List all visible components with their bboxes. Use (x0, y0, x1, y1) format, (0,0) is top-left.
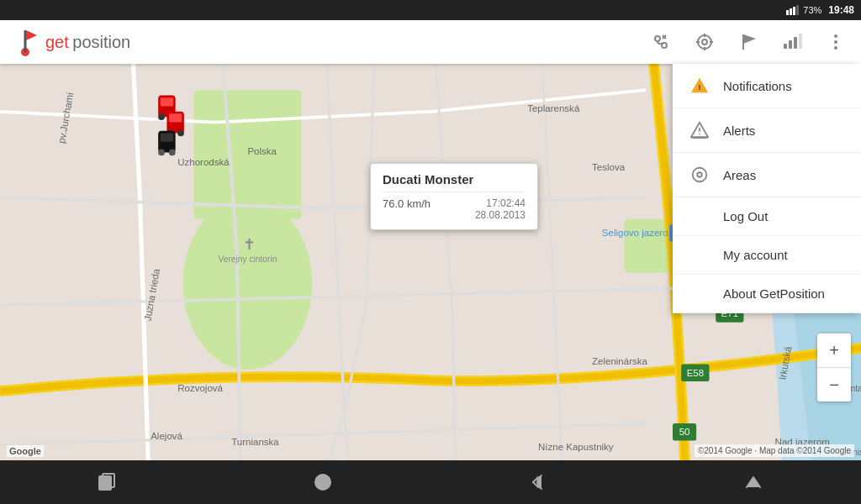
notifications-label: Notifications (723, 79, 792, 93)
more-options-icon[interactable] (821, 27, 851, 57)
svg-point-28 (183, 197, 313, 370)
logout-label: Log Out (723, 209, 768, 223)
svg-text:Uzhorodská: Uzhorodská (177, 157, 230, 167)
svg-rect-73 (169, 113, 182, 122)
svg-point-75 (177, 130, 184, 137)
svg-text:Turnianska: Turnianska (231, 437, 279, 447)
back-button[interactable] (513, 464, 563, 501)
map-attribution: ©2014 Google · Map data ©2014 Google (695, 444, 854, 457)
myaccount-label: My account (723, 248, 788, 262)
svg-text:Rozvojová: Rozvojová (177, 383, 223, 393)
zoom-controls[interactable]: + − (817, 333, 851, 402)
svg-point-70 (158, 113, 165, 120)
svg-rect-2 (793, 7, 795, 15)
svg-point-79 (169, 150, 176, 156)
battery-text: 73% (803, 5, 821, 15)
svg-rect-1 (790, 8, 792, 15)
areas-icon (689, 165, 710, 185)
dropdown-menu: ! Notifications Alerts Areas Log O (673, 64, 861, 313)
menu-item-alerts[interactable]: Alerts (673, 108, 861, 153)
svg-rect-69 (161, 97, 173, 106)
svg-rect-18 (784, 44, 787, 49)
warning-icon: ! (689, 76, 710, 96)
svg-text:!: ! (698, 83, 700, 92)
svg-marker-6 (26, 30, 37, 40)
svg-text:Alejová: Alejová (151, 431, 182, 441)
route-icon[interactable] (646, 27, 676, 57)
status-bar: 73% 19:48 (0, 0, 861, 20)
svg-rect-0 (786, 10, 789, 15)
svg-point-78 (158, 150, 165, 156)
popup-time: 17:02:44 (475, 197, 526, 209)
recent-apps-button[interactable] (82, 464, 133, 501)
svg-text:Zeleninárska: Zeleninárska (592, 356, 648, 366)
toolbar: get position (0, 20, 861, 64)
svg-text:Seligovo jazero: Seligovo jazero (602, 228, 668, 238)
svg-point-92 (315, 475, 330, 490)
flag-toolbar-icon[interactable] (733, 27, 763, 57)
about-label: About GetPosition (723, 286, 825, 301)
svg-rect-20 (794, 37, 797, 49)
alerts-label: Alerts (723, 123, 755, 138)
areas-label: Areas (723, 168, 756, 182)
svg-text:Polska: Polska (247, 146, 277, 156)
popup-datetime: 17:02:44 28.08.2013 (475, 197, 526, 221)
svg-text:Verejny cintorin: Verejny cintorin (218, 255, 277, 264)
logo-position: position (72, 33, 130, 51)
zoom-in-button[interactable]: + (817, 333, 851, 367)
svg-rect-77 (161, 133, 173, 141)
status-icons: 73% 19:48 (786, 4, 854, 16)
app-logo-flag (10, 27, 40, 57)
signal-icon[interactable] (777, 27, 807, 57)
popup-details: 76.0 km/h 17:02:44 28.08.2013 (383, 197, 526, 221)
vehicle-popup[interactable]: Ducati Monster 76.0 km/h 17:02:44 28.08.… (370, 163, 538, 230)
svg-point-24 (834, 46, 837, 50)
menu-item-notifications[interactable]: ! Notifications (673, 64, 861, 108)
menu-item-myaccount[interactable]: My account (673, 236, 861, 275)
zoom-out-button[interactable]: − (817, 368, 851, 402)
app-logo: get position (10, 27, 646, 57)
svg-text:✝: ✝ (243, 236, 256, 253)
svg-rect-19 (789, 40, 792, 49)
svg-text:Teslova: Teslova (592, 162, 626, 172)
toolbar-actions (646, 27, 851, 57)
home-button[interactable] (298, 464, 348, 501)
time-text: 19:48 (828, 4, 854, 16)
google-logo: Google (7, 445, 44, 457)
svg-text:Nízne Kapustniky: Nízne Kapustniky (538, 442, 614, 452)
bottom-nav (0, 460, 861, 504)
target-icon[interactable] (689, 27, 720, 57)
svg-text:E58: E58 (687, 368, 705, 378)
popup-speed: 76.0 km/h (383, 197, 430, 221)
svg-point-86 (699, 134, 700, 135)
menu-item-areas[interactable]: Areas (673, 153, 861, 197)
svg-point-22 (834, 34, 837, 38)
svg-text:Teplarenská: Teplarenská (527, 103, 580, 113)
svg-point-89 (698, 173, 701, 176)
popup-date: 28.08.2013 (475, 209, 526, 221)
svg-text:50: 50 (679, 427, 690, 437)
svg-rect-21 (799, 34, 802, 49)
alert-icon (689, 120, 710, 140)
svg-rect-3 (796, 5, 799, 15)
menu-item-about[interactable]: About GetPosition (673, 275, 861, 313)
up-button[interactable] (728, 464, 779, 501)
svg-point-7 (655, 36, 660, 41)
popup-vehicle-name: Ducati Monster (383, 172, 526, 192)
svg-point-23 (834, 40, 837, 44)
logo-get: get (45, 33, 69, 51)
menu-item-logout[interactable]: Log Out (673, 197, 861, 236)
app-logo-text: get position (45, 33, 130, 52)
svg-point-12 (702, 39, 707, 45)
svg-point-11 (698, 35, 711, 49)
